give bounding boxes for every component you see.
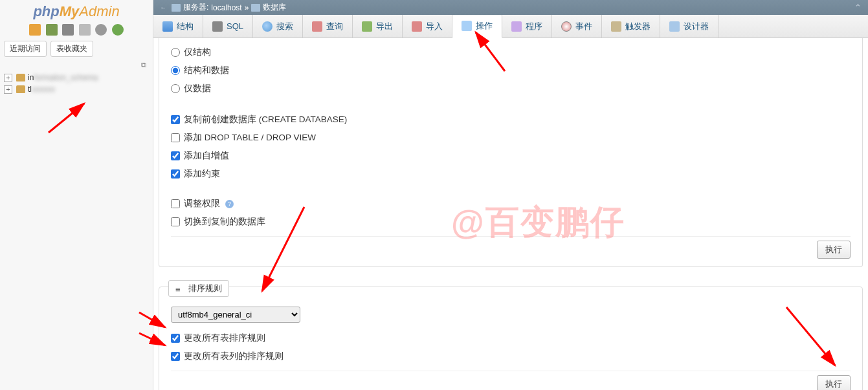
list-icon [175,285,184,292]
tab-label: SQL [227,21,243,31]
tabs: 结构SQL搜索查询导出导入操作程序事件触发器设计器 [153,15,868,38]
checkbox-label: 调整权限 [184,198,220,210]
database-item[interactable]: + information_schema [4,72,149,83]
database-item[interactable]: + tlxxxxxx [4,83,149,95]
panel-title: 排序规则 [168,280,229,297]
bc-db-label[interactable]: 数据库 [263,2,286,13]
bc-server-value[interactable]: localhost [211,3,241,12]
check-create-database[interactable]: 复制前创建数据库 (CREATE DATABASE) [171,111,851,129]
tab-label: 搜索 [276,21,293,32]
checkbox-input[interactable] [171,334,180,343]
radio-label: 仅结构 [184,47,211,58]
tab-import[interactable]: 导入 [403,15,452,38]
radio-input[interactable] [171,48,180,57]
routines-icon [511,21,522,32]
import-icon [412,21,422,32]
check-switch-database[interactable]: 切换到复制的数据库 [171,213,851,231]
sql-icon[interactable] [62,24,74,36]
execute-button[interactable]: 执行 [817,241,851,259]
check-constraints[interactable]: 添加约束 [171,165,851,183]
search-icon [262,21,273,32]
radio-data-only[interactable]: 仅数据 [171,80,851,98]
checkbox-input[interactable] [171,199,180,208]
triggers-icon [611,21,621,32]
database-list: + information_schema + tlxxxxxx [0,70,153,96]
logo[interactable]: phpMyAdmin [0,0,153,21]
docs-icon[interactable] [79,24,91,36]
tab-label: 程序 [526,21,542,32]
tab-label: 结构 [177,21,194,32]
database-name: information_schema [28,73,98,82]
query-icon [312,21,322,32]
designer-icon [669,21,680,32]
favorites-button[interactable]: 表收藏夹 [50,41,93,57]
radio-label: 结构和数据 [184,65,229,76]
sidebar-nav-buttons: 近期访问 表收藏夹 [0,38,153,60]
tab-label: 导出 [376,21,393,32]
tab-label: 事件 [575,21,592,32]
checkbox-input[interactable] [171,133,180,142]
operations-icon [462,21,472,31]
tab-label: 设计器 [684,21,709,32]
server-icon [172,4,181,12]
database-icon [16,74,25,81]
check-change-all-columns[interactable]: 更改所有表列的排序规则 [171,347,851,365]
check-auto-increment[interactable]: 添加自增值 [171,147,851,165]
radio-label: 仅数据 [184,83,211,94]
logo-php: php [33,3,59,19]
logout-icon[interactable] [46,24,58,36]
link-indicator[interactable]: ⧉ [0,60,153,70]
expand-icon[interactable]: + [4,85,12,94]
checkbox-input[interactable] [171,151,180,160]
sidebar: phpMyAdmin 近期访问 表收藏夹 ⧉ + information_sch… [0,0,153,390]
collapse-icon[interactable]: ← [160,4,166,11]
main: ← 服务器: localhost » 数据库 ⌃ 结构SQL搜索查询导出导入操作… [153,0,868,390]
tab-query[interactable]: 查询 [303,15,353,38]
execute-button[interactable]: 执行 [817,375,851,390]
tab-operations[interactable]: 操作 [452,15,502,38]
checkbox-input[interactable] [171,352,180,361]
collation-select[interactable]: utf8mb4_general_ci [171,307,300,323]
radio-structure-and-data[interactable]: 结构和数据 [171,61,851,80]
bc-sep: » [245,3,249,12]
recent-button[interactable]: 近期访问 [4,41,47,57]
copy-options-panel: 仅结构 结构和数据 仅数据 复制前创建数据库 (CREATE DATABASE)… [159,38,863,267]
tab-sql[interactable]: SQL [203,15,253,38]
sql-icon [212,21,223,32]
radio-input[interactable] [171,84,180,93]
checkbox-label: 添加 DROP TABLE / DROP VIEW [184,132,316,144]
tab-triggers[interactable]: 触发器 [602,15,660,38]
checkbox-label: 添加约束 [184,168,220,180]
bc-server-label: 服务器: [183,2,208,13]
tab-export[interactable]: 导出 [353,15,403,38]
logo-my: My [60,3,80,19]
tab-structure[interactable]: 结构 [153,15,203,38]
structure-icon [162,21,173,32]
tab-search[interactable]: 搜索 [253,15,303,38]
radio-structure-only[interactable]: 仅结构 [171,43,851,61]
checkbox-input[interactable] [171,115,180,124]
tab-designer[interactable]: 设计器 [660,15,718,38]
tab-routines[interactable]: 程序 [502,15,552,38]
home-icon[interactable] [29,24,41,36]
tab-events[interactable]: 事件 [552,15,602,38]
panel-title-text: 排序规则 [188,283,222,294]
help-icon[interactable]: ? [225,200,234,208]
checkbox-label: 添加自增值 [184,150,229,162]
checkbox-label: 切换到复制的数据库 [184,216,265,228]
check-adjust-privileges[interactable]: 调整权限 ? [171,195,851,213]
checkbox-label: 更改所有表排序规则 [184,332,265,344]
export-icon [362,21,372,32]
settings-icon[interactable] [95,24,107,36]
tab-label: 查询 [326,21,343,32]
tab-label: 操作 [476,20,493,32]
collapse-top-icon[interactable]: ⌃ [854,3,862,12]
refresh-icon[interactable] [112,24,124,36]
events-icon [561,21,572,32]
check-change-all-tables[interactable]: 更改所有表排序规则 [171,329,851,347]
expand-icon[interactable]: + [4,74,12,82]
checkbox-input[interactable] [171,169,180,179]
check-add-drop[interactable]: 添加 DROP TABLE / DROP VIEW [171,129,851,147]
checkbox-input[interactable] [171,217,180,226]
radio-input[interactable] [171,66,180,75]
